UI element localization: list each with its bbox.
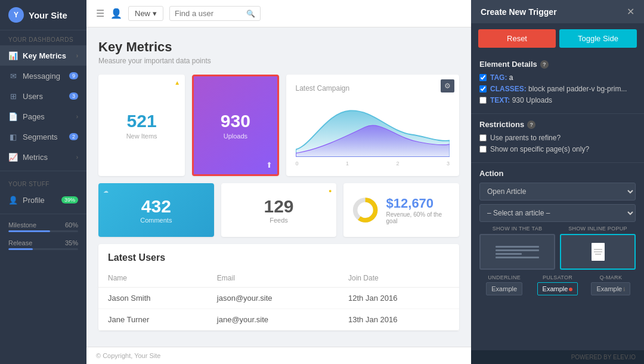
text-label: TEXT: 930 Uploads: [490, 96, 552, 104]
sidebar: Y Your Site Your Dashboards 📊 Key Metric…: [0, 0, 86, 364]
tag-row: TAG: a: [479, 73, 636, 82]
chevron-icon: ›: [76, 154, 78, 161]
pages-icon: 📄: [8, 112, 18, 121]
sidebar-item-label: Key Metrics: [23, 51, 66, 60]
search-box[interactable]: 🔍: [169, 6, 261, 21]
search-icon: 🔍: [246, 10, 255, 18]
use-parents-checkbox[interactable]: [479, 134, 487, 141]
release-label: Release: [8, 239, 32, 246]
sidebar-item-segments[interactable]: ◧ Segments 2: [0, 127, 86, 147]
popup-line: [595, 254, 601, 255]
action-select[interactable]: Open Article: [479, 183, 636, 200]
metric-label-uploads: Uploads: [224, 132, 247, 140]
sidebar-item-metrics[interactable]: 📈 Metrics ›: [0, 147, 86, 167]
metric-value-uploads: 930: [221, 111, 250, 131]
pulsator-example[interactable]: Example: [537, 282, 578, 295]
sidebar-item-label: Profile: [23, 196, 45, 205]
latest-users-title: Latest Users: [98, 244, 459, 269]
sidebar-item-profile[interactable]: 👤 Profile 39%: [0, 190, 86, 210]
user-icon[interactable]: 👤: [110, 8, 122, 19]
text-checkbox[interactable]: [479, 97, 487, 104]
qmark-effect[interactable]: Q-MARK Exampleℹ: [586, 274, 636, 295]
show-inline-popup-option[interactable]: SHOW INLINE POPUP: [560, 226, 636, 270]
sidebar-item-key-metrics[interactable]: 📊 Key Metrics ›: [0, 45, 86, 66]
restrictions-help-icon[interactable]: ?: [527, 121, 535, 129]
use-parents-row: Use parents to refine?: [479, 134, 636, 142]
element-details-help-icon[interactable]: ?: [540, 60, 549, 69]
revenue-value: $12,670: [386, 196, 451, 211]
sidebar-item-pages[interactable]: 📄 Pages ›: [0, 106, 86, 127]
qmark-example[interactable]: Exampleℹ: [591, 282, 630, 295]
powered-by: POWERED BY ELEV.IO: [471, 350, 644, 364]
metrics-icon: 📈: [8, 152, 18, 162]
line: [496, 246, 540, 248]
use-parents-label: Use parents to refine?: [490, 134, 561, 142]
footer-text: © Copyright, Your Site: [96, 352, 160, 359]
brand-icon: Y: [8, 7, 24, 23]
metric-label-new-items: New Items: [126, 132, 157, 140]
menu-icon[interactable]: ☰: [96, 8, 104, 19]
popup-line: [594, 249, 602, 250]
specific-pages-label: Show on specific page(s) only?: [490, 145, 589, 153]
metric-value-feeds: 129: [264, 196, 293, 217]
right-panel: Create New Trigger ✕ Reset Toggle Side E…: [471, 0, 644, 364]
metric-new-items: ▲ 521 New Items: [98, 75, 185, 176]
sidebar-item-users[interactable]: ⊞ Users 3: [0, 86, 86, 106]
specific-pages-checkbox[interactable]: [479, 146, 487, 153]
reset-button[interactable]: Reset: [478, 29, 556, 48]
classes-checkbox[interactable]: [479, 85, 487, 92]
milestone-bar: [8, 230, 78, 232]
show-inline-popup-preview[interactable]: [560, 234, 636, 270]
user-name: Jason Smith: [98, 288, 208, 309]
popup-line: [594, 251, 602, 252]
segments-icon: ◧: [8, 132, 18, 141]
classes-label: CLASSES: block panel padder-v bg-prim...: [490, 85, 627, 93]
show-in-tab-option[interactable]: SHOW IN THE TAB: [479, 226, 555, 270]
underline-label: UNDERLINE: [488, 274, 521, 280]
element-details-title: Element Details ?: [479, 60, 636, 69]
show-in-tab-label: SHOW IN THE TAB: [493, 226, 543, 232]
new-button[interactable]: New ▾: [128, 6, 163, 21]
main-content-area: ☰ 👤 New ▾ 🔍 Key Metrics Measure your imp…: [86, 0, 471, 364]
metrics-mid-row: ☁ 432 Comments ● 129 Feeds $12,670 Reven…: [98, 183, 459, 237]
release-bar: [8, 248, 78, 250]
toggle-side-button[interactable]: Toggle Side: [559, 29, 637, 48]
line: [496, 257, 540, 258]
profile-badge: 39%: [61, 196, 78, 203]
page-subtitle: Measure your important data points: [98, 57, 459, 65]
release-progress: Release 35%: [0, 236, 86, 254]
sidebar-item-label: Messaging: [23, 72, 60, 81]
revenue-label: Revenue, 60% of the goal: [386, 211, 451, 224]
col-join-date: Join Date: [339, 269, 459, 288]
gear-icon[interactable]: ⚙: [441, 79, 454, 92]
line: [496, 253, 522, 255]
milestone-percent: 60%: [65, 221, 78, 229]
campaign-chart: [296, 97, 450, 157]
metric-uploads: 930 Uploads ⬆: [192, 75, 278, 176]
sidebar-item-label: Metrics: [23, 153, 48, 162]
underline-effect[interactable]: UNDERLINE Example: [479, 274, 529, 295]
gear-button[interactable]: ⚙: [441, 79, 454, 92]
tag-checkbox[interactable]: [479, 74, 487, 81]
profile-icon: 👤: [8, 195, 18, 205]
search-input[interactable]: [175, 9, 246, 18]
your-stuff-label: Your Stuff: [0, 175, 86, 190]
tag-label: TAG: a: [490, 73, 513, 82]
show-inline-popup-label: SHOW INLINE POPUP: [568, 226, 627, 232]
sidebar-item-messaging[interactable]: ✉ Messaging 9: [0, 66, 86, 86]
upload-icon: ⬆: [266, 161, 273, 169]
show-in-tab-preview[interactable]: [479, 234, 555, 270]
brand-name: Your Site: [29, 10, 67, 20]
action-title: Action: [479, 169, 636, 178]
line: [496, 249, 540, 251]
article-select[interactable]: – Select an article –: [479, 204, 636, 222]
popup-preview-box: [592, 243, 605, 261]
panel-header: Create New Trigger ✕: [471, 0, 644, 23]
your-dashboards-label: Your Dashboards: [0, 30, 86, 45]
user-join-date: 12th Jan 2016: [339, 288, 459, 309]
pulsator-effect[interactable]: PULSATOR Example: [532, 274, 582, 295]
panel-close-button[interactable]: ✕: [627, 6, 634, 17]
page-lines: [496, 246, 540, 258]
chart-x-labels: 0123: [296, 161, 450, 166]
underline-example[interactable]: Example: [486, 282, 522, 295]
